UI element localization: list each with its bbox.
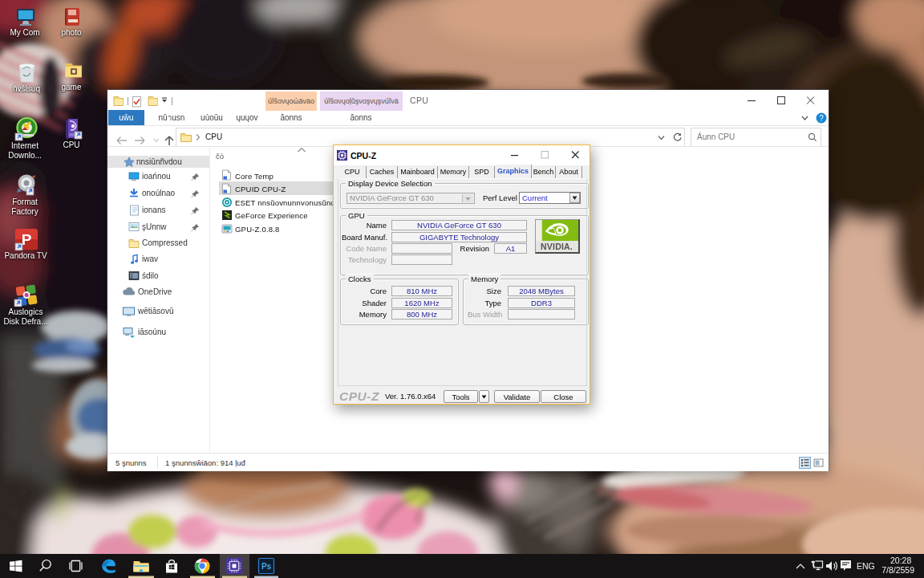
svg-text:Ps: Ps	[261, 562, 272, 571]
svg-text:?: ?	[819, 114, 824, 123]
svg-text:P: P	[22, 231, 32, 248]
svg-text:NVIDIA.: NVIDIA.	[541, 242, 573, 251]
